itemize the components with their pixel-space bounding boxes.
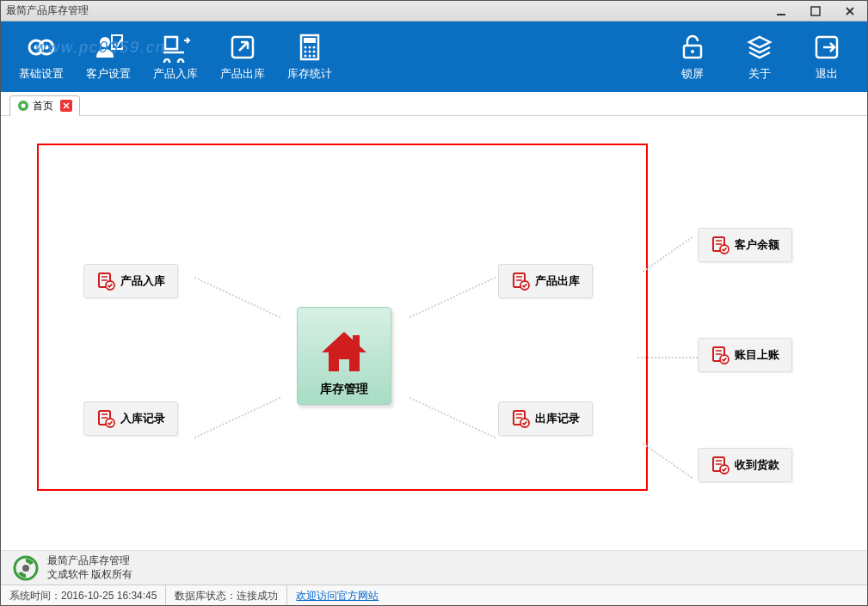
maximize-icon <box>810 6 821 16</box>
node-in-records[interactable]: 入库记录 <box>83 401 178 436</box>
status-time-label: 系统时间： <box>9 589 61 603</box>
node-label: 出库记录 <box>535 411 580 426</box>
exit-icon <box>811 32 842 63</box>
svg-point-25 <box>22 104 26 108</box>
node-customer-balance[interactable]: 客户余额 <box>698 228 792 262</box>
svg-point-6 <box>100 37 110 47</box>
toolbar-label: 库存统计 <box>287 66 332 82</box>
node-label: 账目上账 <box>735 347 779 363</box>
node-label: 产品入库 <box>120 273 165 289</box>
node-product-in[interactable]: 产品入库 <box>83 264 178 298</box>
toolbar-stock-stats[interactable]: 库存统计 <box>276 27 343 87</box>
toolbar-label: 关于 <box>748 66 771 82</box>
toolbar-product-in[interactable]: 产品入库 <box>142 27 209 87</box>
center-node-label: 库存管理 <box>320 382 368 397</box>
doc-check-icon <box>711 456 729 474</box>
svg-point-22 <box>691 50 694 53</box>
svg-point-20 <box>313 55 316 58</box>
node-account-post[interactable]: 账目上账 <box>698 338 792 372</box>
toolbar-label: 产品入库 <box>153 66 198 82</box>
gear-icon <box>26 32 57 63</box>
toolbar-label: 锁屏 <box>681 66 704 82</box>
minimize-icon <box>776 6 786 16</box>
node-label: 入库记录 <box>120 411 165 426</box>
status-db-value: 连接成功 <box>237 589 278 603</box>
status-db: 数据库状态： 连接成功 <box>166 585 287 606</box>
connector-line <box>643 236 693 272</box>
tab-close-button[interactable] <box>60 100 72 112</box>
status-db-label: 数据库状态： <box>175 589 237 603</box>
toolbar-label: 产品出库 <box>220 66 265 82</box>
window-title: 最简产品库存管理 <box>6 3 89 18</box>
node-payment-received[interactable]: 收到货款 <box>698 448 792 482</box>
share-icon <box>227 32 258 63</box>
toolbar-lock[interactable]: 锁屏 <box>659 27 726 87</box>
footer-copyright: 文成软件 版权所有 <box>47 568 132 582</box>
svg-point-13 <box>309 46 311 49</box>
svg-rect-1 <box>811 7 820 15</box>
official-site-link[interactable]: 欢迎访问官方网站 <box>296 589 379 603</box>
app-logo-icon <box>13 555 39 581</box>
svg-point-42 <box>22 565 29 572</box>
tab-home[interactable]: 首页 <box>9 95 80 116</box>
node-label: 产品出库 <box>535 273 580 289</box>
svg-rect-11 <box>304 38 316 43</box>
doc-check-icon <box>96 409 115 428</box>
doc-check-icon <box>711 236 729 254</box>
toolbar-product-out[interactable]: 产品出库 <box>209 27 276 87</box>
main-toolbar: www.pc0359.cn 基础设置 客户设置 产品入库 产品出库 库存统计 <box>1 21 867 92</box>
svg-point-18 <box>305 55 307 58</box>
doc-check-icon <box>711 346 729 364</box>
center-node-inventory[interactable]: 库存管理 <box>297 307 391 405</box>
connector-line <box>637 357 698 358</box>
user-icon <box>93 32 124 63</box>
minimize-button[interactable] <box>764 1 798 21</box>
main-content: 库存管理 产品入库 入库记录 产品出库 出库记录 客户余额 账目上账 收到货款 <box>1 116 867 550</box>
toolbar-label: 客户设置 <box>86 66 131 82</box>
titlebar: 最简产品库存管理 <box>1 1 867 21</box>
svg-point-4 <box>34 46 39 50</box>
svg-point-17 <box>313 51 316 53</box>
close-icon <box>63 102 70 109</box>
svg-rect-8 <box>165 37 177 49</box>
doc-check-icon <box>96 272 115 291</box>
layers-icon <box>744 32 775 63</box>
tab-label: 首页 <box>33 99 53 113</box>
tab-bar: 首页 <box>1 92 867 116</box>
svg-point-14 <box>313 46 316 49</box>
node-label: 客户余额 <box>735 237 779 253</box>
calculator-icon <box>294 32 325 63</box>
doc-check-icon <box>511 272 530 291</box>
node-out-records[interactable]: 出库记录 <box>498 401 593 436</box>
status-time-value: 2016-10-25 16:34:45 <box>61 590 157 602</box>
toolbar-exit[interactable]: 退出 <box>793 27 860 87</box>
node-product-out[interactable]: 产品出库 <box>498 264 593 298</box>
toolbar-customer-setup[interactable]: 客户设置 <box>75 27 142 87</box>
svg-rect-26 <box>353 335 360 347</box>
svg-point-5 <box>45 46 49 50</box>
status-bar: 系统时间： 2016-10-25 16:34:45 数据库状态： 连接成功 欢迎… <box>1 585 867 606</box>
home-tab-icon <box>17 100 29 112</box>
node-label: 收到货款 <box>735 457 779 473</box>
connector-line <box>643 443 693 479</box>
close-button[interactable] <box>833 1 867 21</box>
maximize-button[interactable] <box>798 1 833 21</box>
svg-point-15 <box>305 51 307 53</box>
close-icon <box>845 6 855 16</box>
svg-point-16 <box>309 51 311 53</box>
svg-point-12 <box>305 46 307 49</box>
lock-icon <box>677 32 708 63</box>
toolbar-basic-setup[interactable]: 基础设置 <box>8 27 75 87</box>
app-footer: 最简产品库存管理 文成软件 版权所有 <box>1 550 867 585</box>
toolbar-label: 基础设置 <box>19 66 64 82</box>
house-icon <box>318 328 370 376</box>
doc-check-icon <box>511 409 530 428</box>
status-time: 系统时间： 2016-10-25 16:34:45 <box>1 585 166 606</box>
footer-product-name: 最简产品库存管理 <box>47 554 132 568</box>
cart-in-icon <box>160 32 191 63</box>
toolbar-label: 退出 <box>816 66 838 82</box>
toolbar-about[interactable]: 关于 <box>726 27 793 87</box>
svg-point-19 <box>309 55 311 58</box>
svg-rect-0 <box>777 14 785 15</box>
